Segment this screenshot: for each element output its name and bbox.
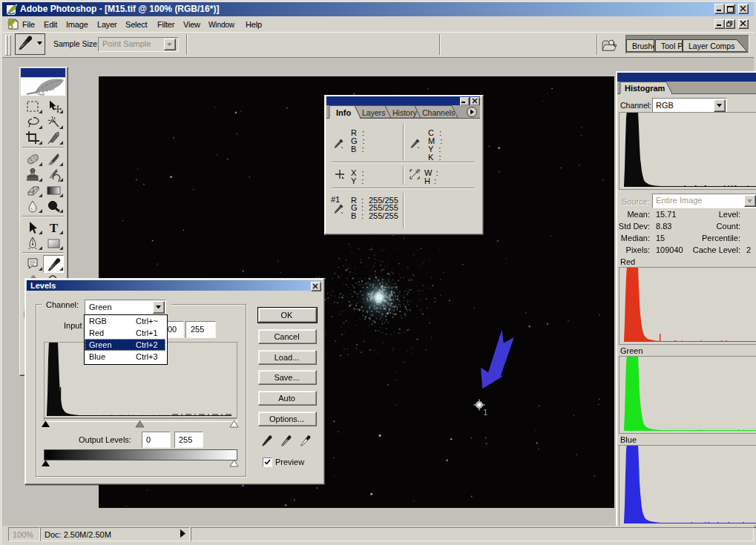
svg-text:T: T (50, 221, 59, 235)
svg-text:1: 1 (484, 409, 488, 417)
